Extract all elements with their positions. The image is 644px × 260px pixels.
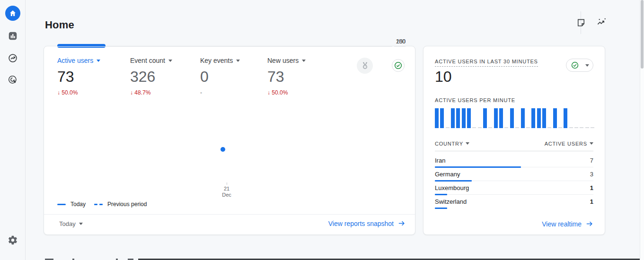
x-axis-tick <box>227 182 227 185</box>
realtime-title: ACTIVE USERS IN LAST 30 MINUTES <box>435 59 538 67</box>
minute-bar-empty <box>547 108 551 128</box>
date-range-value: Today <box>59 220 76 227</box>
benchmarking-medal-button[interactable] <box>357 58 373 74</box>
realtime-country-table: COUNTRY ACTIVE USERS Iran7 Germany3 Luxe… <box>435 141 593 212</box>
y-tick-label: 0 <box>402 38 406 45</box>
minute-bar-empty <box>574 108 578 128</box>
minute-bar <box>451 108 455 128</box>
verified-check-icon <box>571 61 579 69</box>
minute-bar-empty <box>585 108 589 128</box>
arrow-right-icon <box>397 219 406 227</box>
nav-explore-button[interactable] <box>0 53 26 63</box>
realtime-card: ACTIVE USERS IN LAST 30 MINUTES 10 ACTIV… <box>423 46 605 235</box>
insights-icon[interactable] <box>596 17 607 28</box>
legend-label-previous-period: Previous period <box>107 201 147 208</box>
minute-bar <box>483 108 487 128</box>
card-footer-divider <box>44 214 415 215</box>
metric-selector-event-count[interactable]: Event count <box>130 57 201 64</box>
minute-bar-empty <box>478 108 482 128</box>
minute-bar-empty <box>504 108 508 128</box>
legend-solid-line-swatch <box>57 204 66 205</box>
active-users-per-minute-chart <box>435 108 594 128</box>
metric-delta: ↓ 48.7% <box>130 89 201 96</box>
x-tick-day: 21 <box>209 186 245 192</box>
minute-bar <box>440 108 444 128</box>
page-title: Home <box>45 19 74 31</box>
table-header-row: COUNTRY ACTIVE USERS <box>435 141 593 151</box>
scrollbar-thumb[interactable] <box>641 0 644 69</box>
country-name: Germany <box>435 171 460 178</box>
metric-label: New users <box>267 57 299 64</box>
metric-event-count: Event count 326 ↓ 48.7% <box>130 57 201 96</box>
table-rows: Iran7 Germany3 Luxembourg1 Switzerland1 <box>435 157 593 212</box>
nav-advertising-button[interactable] <box>0 75 26 85</box>
country-value-bar <box>435 166 521 168</box>
chart-legend: Today Previous period <box>57 201 147 208</box>
metric-delta: ↓ 50.0% <box>57 89 128 96</box>
link-label: View realtime <box>542 220 582 228</box>
vertical-scrollbar[interactable] <box>640 0 644 260</box>
reports-icon <box>8 31 18 41</box>
country-users: 3 <box>590 171 593 178</box>
header-actions <box>576 17 607 28</box>
minute-bar <box>553 108 557 128</box>
country-name: Iran <box>435 157 445 164</box>
metric-selector-key-events[interactable]: Key events <box>200 57 271 64</box>
verified-check-icon <box>394 61 403 70</box>
metric-label: Event count <box>130 57 165 64</box>
metric-selector-active-users[interactable]: Active users <box>57 57 128 64</box>
nav-rail <box>0 0 26 260</box>
advertising-icon <box>8 75 18 85</box>
active-users-column-header[interactable]: ACTIVE USERS <box>545 141 593 151</box>
chevron-down-icon <box>79 223 83 225</box>
minute-bar-empty <box>569 108 573 128</box>
column-label: COUNTRY <box>435 141 463 147</box>
metric-delta: ↓ 50.0% <box>267 89 338 96</box>
explore-icon <box>8 53 18 63</box>
minute-bar-empty <box>580 108 583 128</box>
chevron-down-icon <box>585 64 589 67</box>
minute-bar <box>499 108 503 128</box>
minute-bar <box>564 108 567 128</box>
nav-admin-button[interactable] <box>0 235 26 245</box>
metric-new-users: New users 73 ↓ 50.0% <box>267 57 338 96</box>
metric-value: 73 <box>57 68 128 86</box>
legend-label-today: Today <box>71 201 86 208</box>
chevron-down-icon <box>168 60 172 62</box>
nav-reports-button[interactable] <box>0 31 26 41</box>
realtime-status-button[interactable] <box>566 59 593 72</box>
gear-icon <box>8 235 18 245</box>
minute-bar-empty <box>472 108 476 128</box>
country-row: Switzerland1 <box>435 198 593 212</box>
country-value-bar <box>435 194 447 195</box>
column-label: ACTIVE USERS <box>545 141 587 147</box>
chevron-down-icon <box>466 142 469 145</box>
metric-value: 73 <box>267 68 338 86</box>
metric-value: 0 <box>200 68 271 86</box>
date-range-selector[interactable]: Today <box>59 220 83 227</box>
metric-selector-new-users[interactable]: New users <box>267 57 338 64</box>
minute-bar-empty <box>446 108 450 128</box>
view-reports-snapshot-link[interactable]: View reports snapshot <box>328 219 406 227</box>
country-column-header[interactable]: COUNTRY <box>435 141 469 151</box>
chevron-down-icon <box>302 60 306 62</box>
medal-icon <box>361 61 370 70</box>
legend-dashed-line-swatch <box>94 204 103 205</box>
data-quality-button[interactable] <box>392 59 405 72</box>
nav-home-button[interactable] <box>0 6 26 21</box>
ga-home-page: Home Active users 73 ↓ 50.0% Event count… <box>0 0 644 260</box>
minute-bar <box>435 108 439 128</box>
metric-active-users: Active users 73 ↓ 50.0% <box>57 57 128 96</box>
overview-card: Active users 73 ↓ 50.0% Event count 326 … <box>44 46 415 235</box>
country-value-bar <box>435 208 447 209</box>
country-users: 1 <box>590 198 593 205</box>
minute-bar-empty <box>591 108 594 128</box>
minute-bar <box>537 108 541 128</box>
active-users-30min-value: 10 <box>435 68 452 86</box>
minute-bar <box>456 108 460 128</box>
home-active-indicator <box>5 6 20 21</box>
country-row: Iran7 <box>435 157 593 171</box>
view-realtime-link[interactable]: View realtime <box>542 220 593 228</box>
home-icon <box>9 9 17 17</box>
note-icon[interactable] <box>576 18 586 27</box>
